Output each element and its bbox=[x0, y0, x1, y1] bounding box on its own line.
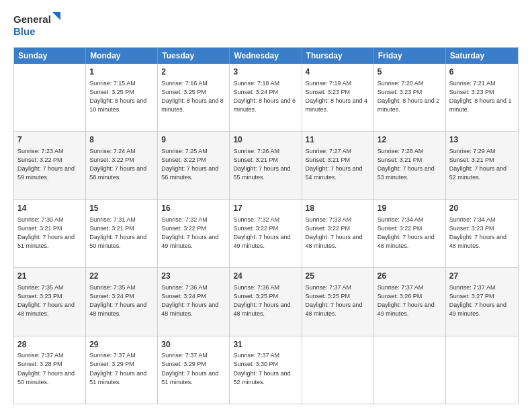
day-number: 25 bbox=[306, 271, 370, 282]
day-number: 30 bbox=[161, 339, 226, 351]
cell-detail: Sunrise: 7:35 AM Sunset: 3:24 PM Dayligh… bbox=[89, 283, 154, 318]
cell-detail: Sunrise: 7:34 AM Sunset: 3:22 PM Dayligh… bbox=[378, 216, 442, 250]
day-number: 10 bbox=[233, 134, 298, 146]
calendar-cell: 26Sunrise: 7:37 AM Sunset: 3:26 PM Dayli… bbox=[374, 268, 446, 335]
svg-text:General: General bbox=[13, 13, 51, 25]
cell-detail: Sunrise: 7:37 AM Sunset: 3:25 PM Dayligh… bbox=[306, 283, 370, 318]
cell-detail: Sunrise: 7:37 AM Sunset: 3:26 PM Dayligh… bbox=[378, 283, 442, 318]
weekday-header: Saturday bbox=[446, 48, 518, 64]
calendar-cell: 21Sunrise: 7:35 AM Sunset: 3:23 PM Dayli… bbox=[14, 268, 86, 335]
cell-detail: Sunrise: 7:37 AM Sunset: 3:28 PM Dayligh… bbox=[17, 351, 82, 386]
svg-text:Blue: Blue bbox=[13, 26, 36, 37]
day-number: 26 bbox=[378, 271, 442, 282]
logo: General Blue bbox=[13, 11, 60, 40]
calendar-cell: 25Sunrise: 7:37 AM Sunset: 3:25 PM Dayli… bbox=[302, 268, 374, 335]
cell-detail: Sunrise: 7:24 AM Sunset: 3:22 PM Dayligh… bbox=[89, 147, 154, 182]
day-number: 12 bbox=[378, 134, 442, 146]
weekday-header: Monday bbox=[86, 48, 158, 64]
cell-detail: Sunrise: 7:18 AM Sunset: 3:24 PM Dayligh… bbox=[233, 79, 298, 114]
day-number: 28 bbox=[17, 339, 82, 351]
calendar-cell: 7Sunrise: 7:23 AM Sunset: 3:22 PM Daylig… bbox=[14, 132, 86, 199]
calendar-row: 7Sunrise: 7:23 AM Sunset: 3:22 PM Daylig… bbox=[14, 131, 518, 199]
calendar-cell: 2Sunrise: 7:16 AM Sunset: 3:25 PM Daylig… bbox=[158, 64, 230, 131]
cell-detail: Sunrise: 7:20 AM Sunset: 3:23 PM Dayligh… bbox=[378, 79, 442, 114]
calendar-cell: 22Sunrise: 7:35 AM Sunset: 3:24 PM Dayli… bbox=[86, 268, 158, 335]
calendar-cell bbox=[302, 336, 374, 404]
calendar-cell: 30Sunrise: 7:37 AM Sunset: 3:29 PM Dayli… bbox=[158, 336, 230, 404]
calendar-cell: 11Sunrise: 7:27 AM Sunset: 3:21 PM Dayli… bbox=[302, 132, 374, 199]
day-number: 19 bbox=[378, 203, 442, 214]
calendar-cell: 9Sunrise: 7:25 AM Sunset: 3:22 PM Daylig… bbox=[158, 132, 230, 199]
day-number: 17 bbox=[233, 203, 298, 214]
cell-detail: Sunrise: 7:29 AM Sunset: 3:21 PM Dayligh… bbox=[449, 147, 515, 182]
cell-detail: Sunrise: 7:28 AM Sunset: 3:21 PM Dayligh… bbox=[378, 147, 442, 182]
cell-detail: Sunrise: 7:15 AM Sunset: 3:25 PM Dayligh… bbox=[89, 79, 154, 114]
cell-detail: Sunrise: 7:31 AM Sunset: 3:21 PM Dayligh… bbox=[89, 216, 154, 250]
calendar-cell: 18Sunrise: 7:33 AM Sunset: 3:22 PM Dayli… bbox=[302, 200, 374, 267]
cell-detail: Sunrise: 7:23 AM Sunset: 3:22 PM Dayligh… bbox=[17, 147, 82, 182]
day-number: 15 bbox=[89, 203, 154, 214]
day-number: 9 bbox=[161, 134, 226, 146]
calendar-cell: 19Sunrise: 7:34 AM Sunset: 3:22 PM Dayli… bbox=[374, 200, 446, 267]
calendar-cell: 1Sunrise: 7:15 AM Sunset: 3:25 PM Daylig… bbox=[86, 64, 158, 131]
calendar-body: 1Sunrise: 7:15 AM Sunset: 3:25 PM Daylig… bbox=[14, 64, 518, 404]
cell-detail: Sunrise: 7:32 AM Sunset: 3:22 PM Dayligh… bbox=[233, 216, 298, 250]
logo-svg: General Blue bbox=[13, 11, 60, 40]
calendar-header: SundayMondayTuesdayWednesdayThursdayFrid… bbox=[14, 48, 518, 64]
day-number: 21 bbox=[17, 271, 82, 282]
calendar-cell: 8Sunrise: 7:24 AM Sunset: 3:22 PM Daylig… bbox=[86, 132, 158, 199]
calendar-cell: 12Sunrise: 7:28 AM Sunset: 3:21 PM Dayli… bbox=[374, 132, 446, 199]
day-number: 3 bbox=[233, 66, 298, 78]
cell-detail: Sunrise: 7:26 AM Sunset: 3:21 PM Dayligh… bbox=[233, 147, 298, 182]
calendar-cell: 17Sunrise: 7:32 AM Sunset: 3:22 PM Dayli… bbox=[230, 200, 302, 267]
day-number: 7 bbox=[17, 134, 82, 146]
calendar-cell bbox=[374, 336, 446, 404]
calendar-cell bbox=[446, 336, 518, 404]
day-number: 8 bbox=[89, 134, 154, 146]
weekday-header: Friday bbox=[374, 48, 446, 64]
calendar-page: General Blue SundayMondayTuesdayWednesda… bbox=[0, 0, 532, 411]
cell-detail: Sunrise: 7:27 AM Sunset: 3:21 PM Dayligh… bbox=[306, 147, 370, 182]
calendar-cell bbox=[14, 64, 86, 131]
calendar-cell: 31Sunrise: 7:37 AM Sunset: 3:30 PM Dayli… bbox=[230, 336, 302, 404]
cell-detail: Sunrise: 7:21 AM Sunset: 3:23 PM Dayligh… bbox=[449, 79, 515, 114]
weekday-header: Thursday bbox=[302, 48, 374, 64]
calendar-cell: 27Sunrise: 7:37 AM Sunset: 3:27 PM Dayli… bbox=[446, 268, 518, 335]
calendar-cell: 10Sunrise: 7:26 AM Sunset: 3:21 PM Dayli… bbox=[230, 132, 302, 199]
day-number: 1 bbox=[89, 66, 154, 78]
cell-detail: Sunrise: 7:35 AM Sunset: 3:23 PM Dayligh… bbox=[17, 283, 82, 318]
day-number: 22 bbox=[89, 271, 154, 282]
day-number: 23 bbox=[161, 271, 226, 282]
day-number: 14 bbox=[17, 203, 82, 214]
cell-detail: Sunrise: 7:25 AM Sunset: 3:22 PM Dayligh… bbox=[161, 147, 226, 182]
calendar: SundayMondayTuesdayWednesdayThursdayFrid… bbox=[13, 47, 519, 404]
calendar-row: 14Sunrise: 7:30 AM Sunset: 3:21 PM Dayli… bbox=[14, 199, 518, 267]
weekday-header: Tuesday bbox=[158, 48, 230, 64]
day-number: 24 bbox=[233, 271, 298, 282]
calendar-cell: 29Sunrise: 7:37 AM Sunset: 3:29 PM Dayli… bbox=[86, 336, 158, 404]
calendar-row: 21Sunrise: 7:35 AM Sunset: 3:23 PM Dayli… bbox=[14, 267, 518, 335]
cell-detail: Sunrise: 7:30 AM Sunset: 3:21 PM Dayligh… bbox=[17, 216, 82, 250]
day-number: 20 bbox=[449, 203, 515, 214]
day-number: 2 bbox=[161, 66, 226, 78]
day-number: 18 bbox=[306, 203, 370, 214]
calendar-cell: 5Sunrise: 7:20 AM Sunset: 3:23 PM Daylig… bbox=[374, 64, 446, 131]
cell-detail: Sunrise: 7:34 AM Sunset: 3:23 PM Dayligh… bbox=[449, 216, 515, 250]
cell-detail: Sunrise: 7:37 AM Sunset: 3:27 PM Dayligh… bbox=[449, 283, 515, 318]
day-number: 4 bbox=[306, 66, 370, 78]
weekday-header: Wednesday bbox=[230, 48, 302, 64]
calendar-cell: 20Sunrise: 7:34 AM Sunset: 3:23 PM Dayli… bbox=[446, 200, 518, 267]
calendar-row: 1Sunrise: 7:15 AM Sunset: 3:25 PM Daylig… bbox=[14, 64, 518, 131]
weekday-header: Sunday bbox=[14, 48, 86, 64]
cell-detail: Sunrise: 7:37 AM Sunset: 3:29 PM Dayligh… bbox=[161, 351, 226, 386]
day-number: 13 bbox=[449, 134, 515, 146]
day-number: 27 bbox=[449, 271, 515, 282]
calendar-cell: 4Sunrise: 7:19 AM Sunset: 3:23 PM Daylig… bbox=[302, 64, 374, 131]
day-number: 6 bbox=[449, 66, 515, 78]
cell-detail: Sunrise: 7:37 AM Sunset: 3:30 PM Dayligh… bbox=[233, 351, 298, 386]
cell-detail: Sunrise: 7:16 AM Sunset: 3:25 PM Dayligh… bbox=[161, 79, 226, 114]
cell-detail: Sunrise: 7:33 AM Sunset: 3:22 PM Dayligh… bbox=[306, 216, 370, 250]
calendar-cell: 16Sunrise: 7:32 AM Sunset: 3:22 PM Dayli… bbox=[158, 200, 230, 267]
header: General Blue bbox=[13, 11, 519, 40]
calendar-cell: 3Sunrise: 7:18 AM Sunset: 3:24 PM Daylig… bbox=[230, 64, 302, 131]
